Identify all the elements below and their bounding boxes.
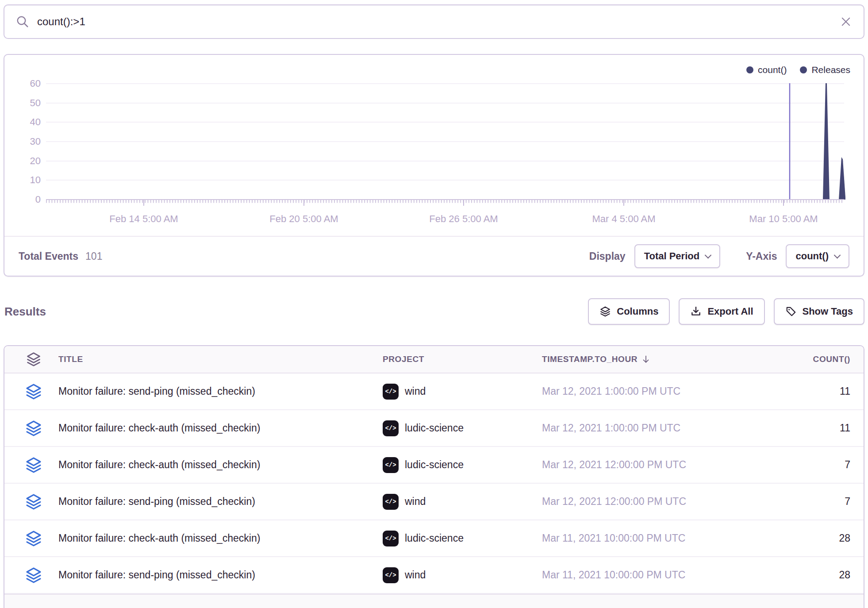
yaxis-dropdown[interactable]: count() (786, 244, 849, 268)
event-timestamp: Mar 11, 2021 10:00:00 PM UTC (542, 532, 741, 544)
yaxis-label: Y-Axis (746, 250, 777, 262)
search-icon (16, 15, 29, 28)
search-bar[interactable]: count():>1 (4, 4, 864, 39)
project-platform-icon: </> (383, 420, 399, 436)
table-footer-strip (4, 594, 864, 608)
columns-button[interactable]: Columns (588, 298, 670, 325)
event-count: 7 (750, 459, 850, 471)
column-header-timestamp[interactable]: TIMESTAMP.TO_HOUR (542, 354, 741, 364)
display-dropdown[interactable]: Total Period (634, 244, 721, 268)
legend-item-releases[interactable]: Releases (800, 65, 850, 75)
issue-layers-icon (18, 456, 50, 474)
event-title: Monitor failure: check-auth (missed_chec… (58, 422, 374, 434)
show-tags-button-label: Show Tags (803, 306, 853, 317)
project-name: wind (405, 496, 426, 508)
x-axis-major-ticks (144, 200, 784, 206)
yaxis-dropdown-value: count() (795, 250, 829, 262)
project-platform-icon: </> (383, 531, 399, 546)
project-platform-icon: </> (383, 384, 399, 400)
project-name: ludic-science (405, 459, 464, 471)
legend-label-releases: Releases (811, 65, 850, 75)
project-cell: </> wind (383, 384, 533, 400)
svg-text:50: 50 (30, 97, 41, 108)
svg-text:30: 30 (30, 136, 41, 147)
download-icon (690, 306, 702, 317)
event-timestamp: Mar 12, 2021 1:00:00 PM UTC (542, 385, 741, 397)
legend-item-count[interactable]: count() (746, 65, 787, 75)
table-row[interactable]: Monitor failure: check-auth (missed_chec… (4, 410, 864, 447)
project-cell: </> wind (383, 494, 533, 510)
event-timestamp: Mar 12, 2021 1:00:00 PM UTC (542, 422, 741, 434)
svg-text:Feb 26 5:00 AM: Feb 26 5:00 AM (429, 213, 498, 224)
svg-text:20: 20 (30, 155, 41, 166)
event-title: Monitor failure: check-auth (missed_chec… (58, 532, 374, 544)
display-dropdown-value: Total Period (644, 250, 700, 262)
event-timestamp: Mar 11, 2021 10:00:00 PM UTC (542, 569, 741, 581)
table-header-row: TITLE PROJECT TIMESTAMP.TO_HOUR COUNT() (4, 346, 864, 373)
svg-text:0: 0 (35, 194, 41, 205)
total-events-label: Total Events (19, 250, 78, 262)
table-row[interactable]: Monitor failure: send-ping (missed_check… (4, 373, 864, 410)
project-platform-icon: </> (383, 567, 399, 583)
event-count: 7 (750, 496, 850, 508)
svg-text:60: 60 (30, 78, 41, 89)
project-platform-icon: </> (383, 494, 399, 510)
svg-text:Mar 10 5:00 AM: Mar 10 5:00 AM (749, 213, 818, 224)
event-count: 11 (750, 385, 850, 397)
issue-layers-icon (18, 419, 50, 437)
export-all-button-label: Export All (707, 306, 753, 317)
chevron-down-icon (834, 251, 841, 258)
event-count: 28 (750, 532, 850, 544)
events-chart-panel: count() Releases 60 50 40 30 20 10 0 (4, 54, 864, 277)
column-header-title[interactable]: TITLE (58, 354, 374, 364)
issue-layers-icon (18, 383, 50, 400)
timestamp-header-label: TIMESTAMP.TO_HOUR (542, 354, 638, 364)
project-cell: </> ludic-science (383, 457, 533, 473)
total-events-value: 101 (85, 250, 102, 262)
chart-gridlines (46, 84, 844, 180)
project-name: wind (405, 569, 426, 581)
svg-text:Feb 14 5:00 AM: Feb 14 5:00 AM (109, 213, 178, 224)
y-axis-labels: 60 50 40 30 20 10 0 (30, 78, 41, 205)
legend-label-count: count() (758, 65, 787, 75)
table-row[interactable]: Monitor failure: check-auth (missed_chec… (4, 447, 864, 484)
sort-descending-icon (641, 354, 651, 364)
project-cell: </> ludic-science (383, 531, 533, 546)
event-title: Monitor failure: send-ping (missed_check… (58, 569, 374, 581)
chart-footer: Total Events 101 Display Total Period Y-… (4, 236, 864, 276)
project-name: ludic-science (405, 532, 464, 544)
columns-button-label: Columns (617, 306, 658, 317)
column-header-count[interactable]: COUNT() (750, 354, 850, 364)
event-title: Monitor failure: check-auth (missed_chec… (58, 459, 374, 471)
legend-dot-releases (800, 66, 807, 73)
project-platform-icon: </> (383, 457, 399, 473)
chart-legend: count() Releases (746, 65, 850, 75)
svg-text:40: 40 (30, 116, 41, 127)
project-name: wind (405, 385, 426, 397)
results-table: TITLE PROJECT TIMESTAMP.TO_HOUR COUNT() … (4, 345, 864, 608)
svg-text:Feb 20 5:00 AM: Feb 20 5:00 AM (269, 213, 338, 224)
table-row[interactable]: Monitor failure: check-auth (missed_chec… (4, 520, 864, 557)
display-label: Display (589, 250, 626, 262)
event-title: Monitor failure: send-ping (missed_check… (58, 496, 374, 508)
table-row[interactable]: Monitor failure: send-ping (missed_check… (4, 484, 864, 520)
svg-text:10: 10 (30, 174, 41, 185)
event-count: 28 (750, 569, 850, 581)
event-title: Monitor failure: send-ping (missed_check… (58, 385, 374, 397)
project-cell: </> wind (383, 567, 533, 583)
search-input[interactable]: count():>1 (37, 15, 840, 28)
x-axis-labels: Feb 14 5:00 AM Feb 20 5:00 AM Feb 26 5:0… (109, 213, 818, 224)
tag-icon (785, 306, 797, 317)
events-area-chart[interactable]: 60 50 40 30 20 10 0 Feb 14 5:00 AM (4, 55, 864, 232)
export-all-button[interactable]: Export All (679, 298, 764, 325)
event-timestamp: Mar 12, 2021 12:00:00 PM UTC (542, 496, 741, 508)
show-tags-button[interactable]: Show Tags (774, 298, 865, 325)
table-row[interactable]: Monitor failure: send-ping (missed_check… (4, 557, 864, 594)
column-header-project[interactable]: PROJECT (383, 354, 533, 364)
svg-text:Mar 4 5:00 AM: Mar 4 5:00 AM (592, 213, 655, 224)
clear-search-icon[interactable] (840, 15, 852, 28)
results-header-row: Results Columns Export All Show Tags (4, 294, 864, 329)
project-cell: </> ludic-science (383, 420, 533, 436)
chevron-down-icon (705, 251, 712, 258)
layers-icon (18, 351, 50, 367)
